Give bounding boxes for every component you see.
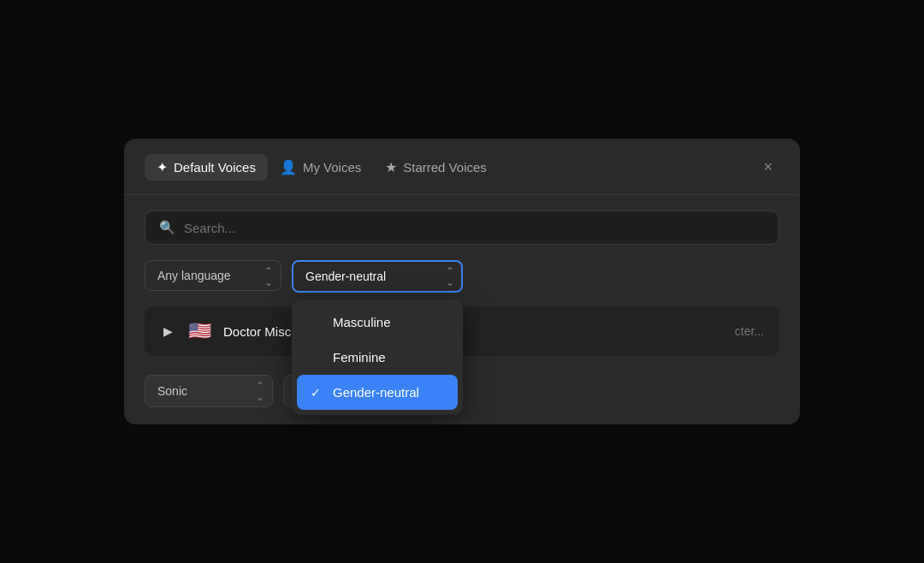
dropdown-masculine-label: Masculine [333, 315, 391, 329]
modal-backdrop: ✦ Default Voices 👤 My Voices ★ Starred V… [0, 0, 924, 563]
tab-starred-voices-label: Starred Voices [403, 160, 487, 175]
voices-modal: ✦ Default Voices 👤 My Voices ★ Starred V… [124, 139, 800, 424]
dropdown-feminine-label: Feminine [333, 350, 386, 364]
voice-description: cter... [735, 324, 764, 338]
sonic-select[interactable]: Sonic [145, 375, 273, 407]
dropdown-item-feminine[interactable]: Feminine [297, 340, 458, 375]
language-select-wrapper: Any language ⌃ ⌄ [145, 260, 281, 293]
search-icon: 🔍 [159, 220, 175, 235]
modal-body: 🔍 Any language ⌃ ⌄ [124, 195, 800, 376]
gender-neutral-check-icon: ✓ [311, 386, 324, 400]
dropdown-item-masculine[interactable]: Masculine [297, 305, 458, 340]
gender-dropdown-menu: Masculine Feminine ✓ Gender-neutral [292, 299, 463, 415]
gender-select[interactable]: Gender-neutral [292, 260, 463, 293]
tab-starred-voices[interactable]: ★ Starred Voices [373, 154, 499, 181]
search-input[interactable] [184, 221, 765, 235]
tab-default-voices-label: Default Voices [174, 160, 256, 175]
tab-my-voices[interactable]: 👤 My Voices [268, 154, 373, 181]
language-select[interactable]: Any language [145, 260, 281, 291]
modal-header: ✦ Default Voices 👤 My Voices ★ Starred V… [124, 139, 800, 195]
flag-us: 🇺🇸 [188, 320, 211, 342]
sparkle-icon: ✦ [157, 159, 168, 175]
dropdown-gender-neutral-label: Gender-neutral [333, 385, 419, 400]
play-button-doctor-mischie[interactable]: ▶ [160, 321, 176, 341]
filters-row: Any language ⌃ ⌄ Gender-neutral ⌃ ⌄ [145, 260, 779, 293]
person-icon: 👤 [280, 159, 297, 175]
tab-my-voices-label: My Voices [303, 160, 361, 175]
sonic-select-wrapper: Sonic ⌃ ⌄ [145, 375, 273, 407]
dropdown-item-gender-neutral[interactable]: ✓ Gender-neutral [297, 375, 458, 410]
close-button[interactable]: × [756, 155, 779, 180]
star-icon: ★ [385, 159, 397, 175]
gender-select-wrapper: Gender-neutral ⌃ ⌄ Masculine [292, 260, 463, 293]
search-bar: 🔍 [145, 210, 779, 245]
tab-default-voices[interactable]: ✦ Default Voices [145, 154, 268, 181]
